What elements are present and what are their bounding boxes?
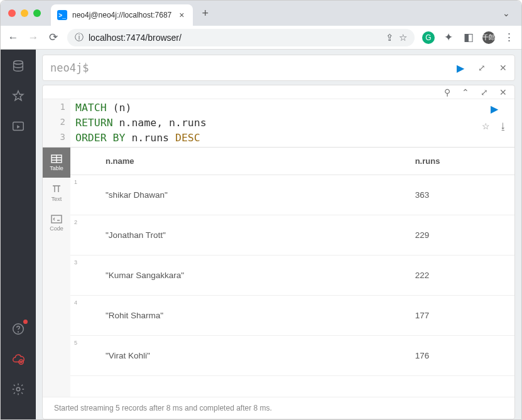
- pin-button[interactable]: ⚲: [444, 87, 450, 97]
- close-editor-button[interactable]: ✕: [499, 63, 507, 73]
- sidebar-cloud-sync-icon[interactable]: [11, 352, 26, 367]
- reload-button[interactable]: ⟳: [47, 31, 60, 44]
- toolbar: ← → ⟳ ⓘ ⇪ ☆ G ✦ ◧ 千郎 ⋮: [1, 26, 521, 50]
- svg-point-0: [14, 61, 23, 65]
- sidebar-help-icon[interactable]: [11, 321, 26, 337]
- cell-name: "Jonathan Trott": [106, 230, 166, 240]
- url-input[interactable]: [89, 33, 381, 43]
- browser-menu-button[interactable]: ⋮: [503, 31, 515, 44]
- col-header-runs: n.runs: [409, 148, 514, 175]
- svg-rect-7: [52, 215, 62, 223]
- sidebar-database-icon[interactable]: [11, 58, 26, 73]
- titlebar: >_ neo4j@neo4j://localhost:7687 × + ⌄: [1, 1, 521, 26]
- cell-name: "Rohit Sharma": [106, 311, 163, 320]
- line-gutter: 123: [43, 99, 70, 147]
- row-index: 5: [74, 340, 77, 346]
- app-body: neo4j$ ▶ ⤢ ✕ ⚲ ⌃ ⤢ ✕ 123 MATCH (n)RETURN…: [1, 50, 521, 419]
- result-table: n.name n.runs 1"shikar Dhawan"3632"Jonat…: [70, 148, 514, 376]
- run-query-button[interactable]: ▶: [457, 62, 464, 74]
- cell-runs: 176: [409, 336, 514, 376]
- query-prompt: neo4j$: [50, 62, 89, 74]
- row-index: 1: [74, 179, 77, 185]
- result-table-wrap[interactable]: n.name n.runs 1"shikar Dhawan"3632"Jonat…: [70, 148, 514, 397]
- svg-point-3: [18, 331, 19, 332]
- query-input-bar[interactable]: neo4j$ ▶ ⤢ ✕: [42, 55, 515, 81]
- neo4j-sidebar: [1, 50, 36, 419]
- table-row: 5"Virat Kohli"176: [70, 336, 514, 376]
- rerun-button[interactable]: ▶: [491, 103, 498, 115]
- col-header-name: n.name: [70, 148, 409, 175]
- tab-close-button[interactable]: ×: [177, 10, 187, 20]
- query-code: MATCH (n)RETURN n.name, n.runsORDER BY n…: [70, 99, 474, 147]
- query-display: 123 MATCH (n)RETURN n.name, n.runsORDER …: [43, 99, 514, 147]
- row-index: 4: [74, 299, 77, 306]
- bookmark-icon[interactable]: ☆: [399, 32, 407, 43]
- cell-runs: 363: [409, 175, 514, 215]
- view-code-button[interactable]: Code: [43, 208, 70, 238]
- sidebar-settings-icon[interactable]: [11, 382, 26, 397]
- favorite-query-button[interactable]: ☆: [482, 121, 490, 131]
- maximize-window-button[interactable]: [33, 9, 41, 17]
- profile-avatar[interactable]: 千郎: [482, 31, 495, 44]
- back-button[interactable]: ←: [7, 31, 19, 44]
- table-row: 1"shikar Dhawan"363: [70, 175, 514, 215]
- row-index: 3: [74, 259, 77, 266]
- main-pane: neo4j$ ▶ ⤢ ✕ ⚲ ⌃ ⤢ ✕ 123 MATCH (n)RETURN…: [36, 50, 521, 419]
- table-row: 2"Jonathan Trott"229: [70, 215, 514, 256]
- browser-tab[interactable]: >_ neo4j@neo4j://localhost:7687 ×: [51, 4, 193, 26]
- cell-name: "shikar Dhawan": [106, 190, 168, 200]
- forward-button: →: [27, 31, 40, 44]
- tab-overflow-button[interactable]: ⌄: [499, 8, 514, 18]
- fullscreen-button[interactable]: ⤢: [478, 63, 486, 73]
- query-actions: ▶ ☆ ⭳: [474, 99, 514, 147]
- row-index: 2: [74, 219, 77, 225]
- status-footer: Started streaming 5 records after 8 ms a…: [43, 397, 514, 419]
- sidepanel-icon[interactable]: ◧: [462, 31, 475, 44]
- cell-name: "Kumar Sangakkara": [106, 271, 184, 280]
- close-window-button[interactable]: [8, 9, 16, 17]
- view-switcher: Table Text Code: [43, 148, 70, 397]
- collapse-button[interactable]: ⌃: [462, 87, 469, 97]
- frame-top-actions: ⚲ ⌃ ⤢ ✕: [43, 85, 514, 99]
- table-row: 3"Kumar Sangakkara"222: [70, 256, 514, 296]
- cell-runs: 177: [409, 296, 514, 336]
- cell-runs: 222: [409, 256, 514, 296]
- tab-title: neo4j@neo4j://localhost:7687: [72, 11, 171, 19]
- sidebar-favorites-icon[interactable]: [11, 89, 26, 104]
- result-body: Table Text Code: [43, 147, 514, 397]
- view-table-button[interactable]: Table: [43, 148, 70, 178]
- new-tab-button[interactable]: +: [202, 7, 209, 20]
- cell-name: "Virat Kohli": [106, 351, 150, 360]
- browser-window: >_ neo4j@neo4j://localhost:7687 × + ⌄ ← …: [0, 0, 522, 420]
- window-controls: [8, 9, 41, 17]
- view-text-button[interactable]: Text: [43, 178, 70, 208]
- svg-point-5: [16, 387, 20, 391]
- share-icon[interactable]: ⇪: [386, 32, 394, 43]
- extensions-icon[interactable]: ✦: [442, 31, 455, 44]
- close-frame-button[interactable]: ✕: [499, 87, 507, 97]
- cell-runs: 229: [409, 215, 514, 256]
- result-frame: ⚲ ⌃ ⤢ ✕ 123 MATCH (n)RETURN n.name, n.ru…: [42, 85, 515, 419]
- sidebar-guides-icon[interactable]: [11, 119, 26, 134]
- site-info-icon[interactable]: ⓘ: [75, 32, 84, 43]
- download-button[interactable]: ⭳: [499, 121, 508, 131]
- tab-favicon-icon: >_: [57, 10, 67, 20]
- address-bar[interactable]: ⓘ ⇪ ☆: [67, 29, 415, 46]
- expand-button[interactable]: ⤢: [481, 87, 488, 97]
- table-row: 4"Rohit Sharma"177: [70, 296, 514, 336]
- minimize-window-button[interactable]: [21, 9, 28, 17]
- extension-grammarly-icon[interactable]: G: [422, 31, 435, 44]
- notification-dot: [23, 320, 28, 324]
